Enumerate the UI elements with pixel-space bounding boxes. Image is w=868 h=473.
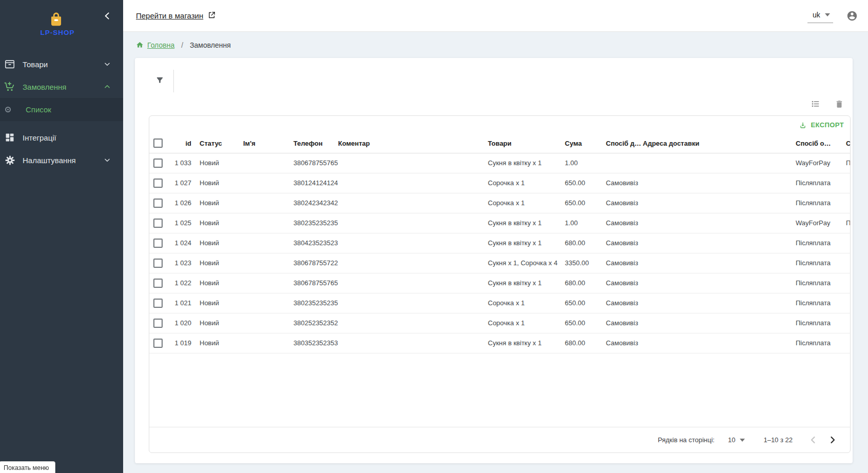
table-row[interactable]: 1 025Новий380235235235Сукня в квітку x 1… [149, 213, 850, 233]
table-row[interactable]: 1 033Новий380678755765Сукня в квітку x 1… [149, 153, 850, 173]
go-to-store-link[interactable]: Перейти в магазин [136, 11, 216, 21]
cell-checkbox [149, 153, 170, 173]
column-header-name[interactable]: Ім'я [243, 134, 293, 153]
sidebar-item-label: Товари [23, 60, 48, 69]
row-checkbox[interactable] [153, 299, 163, 308]
cell-sum: 650.00 [565, 293, 606, 313]
shop-bag-logo-icon [51, 12, 62, 28]
column-header-payment[interactable]: Спосіб оплати [796, 134, 846, 153]
brand-name: LP-SHOP [0, 29, 115, 36]
column-header-label: Сума [565, 140, 582, 147]
topbar-right: uk [807, 9, 868, 23]
row-checkbox[interactable] [153, 199, 163, 208]
sidebar-subitem-list[interactable]: Список [0, 98, 123, 121]
sidebar-item-label: Замовлення [23, 83, 66, 91]
orders-table-card: ЕКСПОРТ idСтатусІм'яТелефонКоментарТовар… [149, 115, 851, 453]
content: ЕКСПОРТ idСтатусІм'яТелефонКоментарТовар… [123, 58, 868, 473]
cell-name [243, 293, 293, 313]
export-button[interactable]: ЕКСПОРТ [799, 121, 844, 129]
row-checkbox[interactable] [153, 259, 163, 268]
filter-divider [173, 70, 174, 92]
export-label: ЕКСПОРТ [811, 121, 844, 129]
sidebar-subitem-label: Список [26, 105, 51, 114]
sidebar-collapse-button[interactable] [103, 11, 112, 21]
cell-sum: 680.00 [565, 333, 606, 353]
language-select[interactable]: uk [807, 9, 833, 23]
row-checkbox[interactable] [153, 319, 163, 328]
cell-sum: 1.00 [565, 213, 606, 233]
columns-list-icon[interactable] [811, 99, 820, 109]
orders-table: idСтатусІм'яТелефонКоментарТовариСумаСпо… [149, 134, 850, 353]
table-row[interactable]: 1 023Новий380678755722Сукня x 1, Сорочка… [149, 253, 850, 273]
cell-checkbox [149, 293, 170, 313]
cell-sum: 680.00 [565, 273, 606, 293]
column-header-products[interactable]: Товари [488, 134, 565, 153]
delete-trash-icon[interactable] [835, 100, 844, 109]
column-header-delivery[interactable]: Спосіб доставки [606, 134, 643, 153]
table-header-row: idСтатусІм'яТелефонКоментарТовариСумаСпо… [149, 134, 850, 153]
orders-paper: ЕКСПОРТ idСтатусІм'яТелефонКоментарТовар… [135, 58, 853, 463]
cell-name [243, 193, 293, 213]
row-checkbox[interactable] [153, 239, 163, 248]
chevron-up-icon [104, 83, 111, 90]
column-header-label: Товари [488, 140, 511, 147]
language-value: uk [813, 11, 820, 19]
sidebar-item-integrations[interactable]: Інтеграції [0, 126, 123, 149]
breadcrumb-home-link[interactable]: Головна [147, 41, 174, 49]
row-checkbox[interactable] [153, 219, 163, 228]
column-header-sum[interactable]: Сума [565, 134, 606, 153]
cell-sum: 650.00 [565, 313, 606, 333]
sidebar-item-settings[interactable]: Налаштування [0, 149, 123, 171]
integrations-icon [4, 132, 15, 143]
table-row[interactable]: 1 027Новий380124124124Сорочка x 1650.00С… [149, 173, 850, 193]
cell-products: Сукня x 1, Сорочка x 4 [488, 253, 565, 273]
table-row[interactable]: 1 024Новий380423523523Сукня в квітку x 1… [149, 233, 850, 253]
cell-delivery: Самовивіз [606, 233, 643, 253]
column-header-phone[interactable]: Телефон [293, 134, 338, 153]
select-all-checkbox[interactable] [153, 139, 163, 148]
cell-comment [338, 253, 488, 273]
rows-per-page-select[interactable]: 10 [728, 436, 745, 444]
cell-checkbox [149, 313, 170, 333]
table-row[interactable]: 1 020Новий380252352352Сорочка x 1650.00С… [149, 313, 850, 333]
table-row[interactable]: 1 021Новий380235235235Сорочка x 1650.00С… [149, 293, 850, 313]
filter-toolbar [135, 58, 853, 92]
row-checkbox[interactable] [153, 179, 163, 188]
cell-phone: 380352352353 [293, 333, 338, 353]
row-checkbox[interactable] [153, 279, 163, 288]
cell-products: Сукня в квітку x 1 [488, 273, 565, 293]
user-avatar-icon[interactable] [846, 10, 858, 22]
row-checkbox[interactable] [153, 339, 163, 348]
cell-products: Сукня в квітку x 1 [488, 213, 565, 233]
column-header-pay_status[interactable]: Статус оплати [846, 134, 850, 153]
table-row[interactable]: 1 019Новий380352352353Сукня в квітку x 1… [149, 333, 850, 353]
cell-comment [338, 273, 488, 293]
cell-status: Новий [200, 313, 243, 333]
cell-payment: Післяплата [796, 333, 846, 353]
cell-address [643, 153, 796, 173]
caret-down-icon [740, 439, 745, 442]
table-row[interactable]: 1 026Новий380242342342Сорочка x 1650.00С… [149, 193, 850, 213]
cell-phone: 380678755765 [293, 153, 338, 173]
cell-products: Сорочка x 1 [488, 313, 565, 333]
column-header-status[interactable]: Статус [200, 134, 243, 153]
sidebar-item-orders[interactable]: Замовлення [0, 75, 123, 98]
column-header-address[interactable]: Адреса доставки [643, 134, 796, 153]
sidebar-item-products[interactable]: Товари [0, 53, 123, 75]
cell-name [243, 253, 293, 273]
cell-checkbox [149, 253, 170, 273]
filter-funnel-icon[interactable] [155, 76, 164, 87]
table-body: 1 033Новий380678755765Сукня в квітку x 1… [149, 153, 850, 353]
chevron-down-icon [104, 156, 111, 164]
cell-pay_status [846, 233, 850, 253]
previous-page-button[interactable] [810, 436, 816, 444]
next-page-button[interactable] [830, 436, 836, 444]
row-checkbox[interactable] [153, 159, 163, 168]
cell-phone: 380235235235 [293, 293, 338, 313]
cell-payment: Післяплата [796, 173, 846, 193]
cell-delivery: Самовивіз [606, 173, 643, 193]
table-row[interactable]: 1 022Новий380678755765Сукня в квітку x 1… [149, 273, 850, 293]
cell-name [243, 273, 293, 293]
column-header-comment[interactable]: Коментар [338, 134, 488, 153]
column-header-id[interactable]: id [170, 134, 200, 153]
